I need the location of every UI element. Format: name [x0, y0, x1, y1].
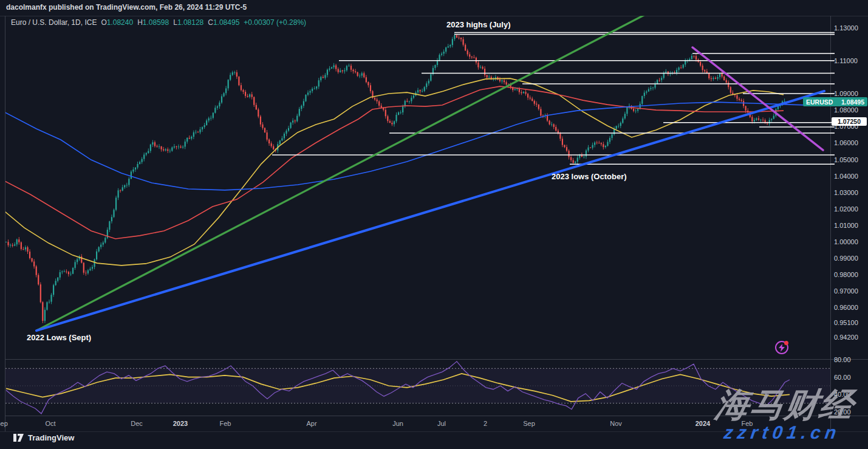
time-tick-Sep: Sep	[0, 420, 8, 427]
svg-text:0.99000: 0.99000	[834, 255, 858, 262]
last-price-value: 1.08495	[841, 98, 864, 106]
lightning-icon	[779, 344, 785, 352]
ohlc-value-C: 1.08495	[213, 18, 239, 27]
ohlc-label-O: O	[101, 18, 106, 27]
watermark-chinese: 海马财经	[713, 383, 857, 428]
ohlc-value-O: 1.08240	[107, 18, 133, 27]
symbol-title: Euro / U.S. Dollar, 1D, ICE	[11, 18, 97, 27]
tradingview-logo[interactable]: TradingView	[13, 433, 74, 442]
time-tick-2024: 2024	[695, 420, 711, 427]
annotation-2023-lows: 2023 lows (October)	[552, 172, 627, 181]
ma-red	[5, 86, 784, 239]
flash-ideas-button[interactable]	[775, 341, 788, 354]
time-tick-Feb: Feb	[220, 420, 231, 427]
time-tick-Apr: Apr	[306, 420, 316, 427]
svg-text:1.01000: 1.01000	[834, 222, 858, 229]
watermark-url: zzrt01.cn	[723, 422, 842, 443]
time-axis[interactable]: SepOctDec2023FebAprJunJul2SepNov2024Feb	[0, 420, 753, 427]
ohlc-label-C: C	[208, 18, 213, 27]
svg-text:1.02000: 1.02000	[834, 205, 858, 213]
price-axis: 1.130001.110001.090001.080001.070001.060…	[834, 24, 858, 341]
svg-text:1.00000: 1.00000	[834, 238, 858, 245]
svg-text:0.97000: 0.97000	[834, 287, 858, 295]
svg-text:0.94200: 0.94200	[834, 334, 858, 341]
tradingview-logo-text: TradingView	[28, 433, 74, 442]
svg-text:0.95100: 0.95100	[834, 319, 858, 326]
time-tick-Jul: Jul	[437, 420, 446, 427]
svg-text:1.13000: 1.13000	[834, 24, 858, 32]
svg-text:1.11000: 1.11000	[834, 57, 858, 64]
svg-text:0.98000: 0.98000	[834, 271, 858, 278]
support-resistance-levels	[272, 33, 830, 165]
annotation-2023-highs: 2023 highs (July)	[446, 20, 510, 29]
tradingview-logo-icon	[13, 433, 24, 442]
last-price-tag: EURUSD 1.08495	[803, 97, 867, 106]
candles-layer	[5, 33, 785, 323]
svg-text:1.03000: 1.03000	[834, 189, 858, 196]
time-tick-Dec: Dec	[131, 420, 143, 427]
time-tick-Nov: Nov	[610, 420, 622, 427]
change-value: +0.00307 (+0.28%)	[244, 18, 306, 27]
svg-text:80.00: 80.00	[834, 356, 851, 363]
svg-text:0.96000: 0.96000	[834, 304, 858, 311]
main-chart-svg[interactable]: 1.130001.110001.090001.080001.070001.060…	[0, 0, 868, 449]
annotation-2022-lows: 2022 Lows (Sept)	[27, 333, 91, 342]
symbol-legend[interactable]: Euro / U.S. Dollar, 1D, ICEO1.08240H1.08…	[11, 18, 306, 27]
rsi-panel	[5, 362, 830, 414]
time-tick-Sep: Sep	[523, 420, 535, 427]
notification-dot	[784, 341, 788, 345]
svg-text:1.06000: 1.06000	[834, 139, 858, 146]
time-tick-2023: 2023	[173, 420, 188, 427]
tradingview-snapshot: dacolmanfx published on TradingView.com,…	[0, 0, 868, 449]
ohlc-value-L: 1.08128	[177, 18, 203, 27]
ma-blue	[5, 102, 826, 190]
svg-text:1.08000: 1.08000	[834, 106, 858, 114]
time-tick-Oct: Oct	[45, 420, 55, 427]
svg-text:60.00: 60.00	[834, 374, 851, 381]
svg-text:1.04000: 1.04000	[834, 173, 858, 180]
level-price-tag: 1.07250	[832, 117, 867, 126]
time-tick-2: 2	[484, 420, 487, 427]
svg-text:1.09000: 1.09000	[834, 90, 858, 97]
last-price-symbol: EURUSD	[806, 98, 833, 106]
ohlc-value-H: 1.08598	[143, 18, 169, 27]
ohlc-values: O1.08240H1.08598L1.08128C1.08495	[97, 18, 239, 27]
ohlc-label-L: L	[173, 18, 177, 27]
ohlc-label-H: H	[137, 18, 143, 27]
svg-text:1.05000: 1.05000	[834, 156, 858, 163]
time-tick-Jun: Jun	[392, 420, 403, 427]
